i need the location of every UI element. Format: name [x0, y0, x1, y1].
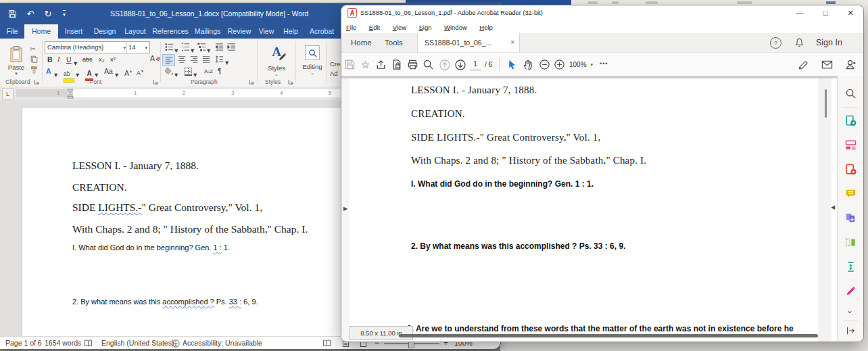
- send-file-button[interactable]: [820, 57, 834, 72]
- collapse-right-panel-arrow[interactable]: ◀: [831, 204, 835, 210]
- paste-button[interactable]: Paste ▾: [4, 41, 28, 80]
- justify-button[interactable]: [200, 54, 212, 65]
- numbering-button[interactable]: [181, 43, 190, 51]
- read-mode-button[interactable]: [322, 340, 331, 347]
- line-spacing-dropdown[interactable]: ▾: [225, 57, 228, 67]
- zoom-level-dropdown[interactable]: 100% ▾: [567, 53, 595, 77]
- borders-dropdown[interactable]: ▾: [193, 70, 197, 79]
- text-effects-button[interactable]: A: [46, 66, 51, 76]
- tab-view[interactable]: View: [254, 24, 279, 39]
- minimize-button[interactable]: —: [792, 5, 808, 20]
- borders-button[interactable]: [184, 67, 193, 76]
- format-painter-button[interactable]: [30, 66, 38, 74]
- font-size-combo[interactable]: 14 ▾: [126, 41, 150, 53]
- copy-button[interactable]: [30, 55, 38, 63]
- favorite-star-button[interactable]: ☆: [358, 57, 372, 72]
- font-dialog-launcher[interactable]: [153, 79, 158, 85]
- tab-references[interactable]: References: [150, 24, 191, 39]
- find-button[interactable]: [421, 57, 435, 72]
- font-name-combo[interactable]: Cambria (Headings) ▾: [45, 41, 128, 53]
- create-pdf-button[interactable]: [845, 164, 857, 175]
- highlight-button[interactable]: ab: [64, 66, 74, 83]
- sign-in-button[interactable]: Sign In: [816, 33, 842, 52]
- grow-font-button[interactable]: A▲: [124, 66, 132, 78]
- bullets-button[interactable]: [165, 43, 174, 51]
- superscript-button[interactable]: x²: [110, 55, 116, 64]
- tab-help[interactable]: Help: [279, 24, 303, 39]
- share-button[interactable]: [374, 57, 388, 72]
- close-button[interactable]: ✕: [842, 5, 859, 20]
- tab-layout[interactable]: Layout: [120, 24, 150, 39]
- expand-left-panel-arrow[interactable]: ▶: [343, 206, 347, 212]
- multilevel-dropdown[interactable]: ▾: [207, 45, 210, 55]
- customize-quick-access-button[interactable]: ▾: [58, 3, 70, 24]
- accessibility-status[interactable]: Accessibility: Unavailable: [183, 337, 262, 349]
- show-formatting-button[interactable]: ¶: [218, 66, 222, 76]
- organize-pages-button[interactable]: [845, 237, 857, 248]
- tab-close-icon[interactable]: ×: [510, 33, 514, 52]
- tab-design[interactable]: Design: [89, 24, 120, 39]
- word-count[interactable]: 1654 words: [45, 337, 81, 349]
- tab-stop-selector[interactable]: L: [2, 88, 14, 99]
- combine-files-button[interactable]: [845, 212, 857, 224]
- comment-button[interactable]: [845, 188, 857, 200]
- indent-markers[interactable]: [67, 89, 74, 99]
- horizontal-scrollbar-thumb[interactable]: [399, 334, 818, 337]
- change-case-button[interactable]: Aa: [104, 66, 113, 76]
- open-tools-pane-button[interactable]: [846, 326, 855, 335]
- shrink-font-button[interactable]: A▼: [137, 66, 144, 78]
- menu-sign[interactable]: Sign: [414, 21, 437, 34]
- selection-tool-button[interactable]: [505, 57, 519, 72]
- text-effects-dropdown[interactable]: ▾: [54, 70, 57, 79]
- menu-window[interactable]: Window: [439, 21, 472, 34]
- hand-tool-button[interactable]: [521, 57, 535, 72]
- more-tools-chevron[interactable]: ⌄: [846, 306, 853, 315]
- more-tools-button[interactable]: •••: [600, 53, 608, 75]
- fill-and-sign-button[interactable]: [845, 285, 857, 297]
- tab-insert[interactable]: Insert: [58, 24, 89, 39]
- vertical-scrollbar-thumb[interactable]: [825, 89, 827, 118]
- sort-button[interactable]: A↓Z: [204, 67, 213, 76]
- tab-mailings[interactable]: Mailings: [191, 24, 224, 39]
- tab-acrobat-home[interactable]: Home: [351, 33, 372, 52]
- menu-edit[interactable]: Edit: [364, 21, 385, 34]
- bullets-dropdown[interactable]: ▾: [174, 45, 178, 55]
- maximize-button[interactable]: □: [817, 5, 834, 20]
- export-pdf-button[interactable]: [845, 115, 857, 126]
- paragraph-dialog-launcher[interactable]: [249, 79, 254, 85]
- fill-sign-button[interactable]: [796, 57, 810, 72]
- zoom-in-button[interactable]: [552, 57, 566, 72]
- align-left-button[interactable]: [162, 54, 175, 66]
- undo-button[interactable]: ↶: [23, 3, 38, 24]
- clipboard-dialog-launcher[interactable]: [34, 79, 39, 85]
- line-spacing-button[interactable]: [215, 55, 224, 64]
- styles-button[interactable]: A Styles ⌄: [261, 41, 292, 79]
- menu-help[interactable]: Help: [475, 21, 498, 34]
- menu-file[interactable]: File: [341, 21, 361, 34]
- increase-indent-button[interactable]: [227, 43, 236, 51]
- tab-acrobat-tools[interactable]: Tools: [385, 33, 403, 52]
- language-indicator[interactable]: English (United States): [101, 337, 174, 349]
- change-case-dropdown[interactable]: ▾: [115, 70, 118, 79]
- page-number-input[interactable]: 1: [470, 59, 481, 70]
- subscript-button[interactable]: x₂: [99, 55, 104, 64]
- bold-button[interactable]: B: [47, 55, 53, 64]
- tab-home[interactable]: Home: [24, 24, 58, 39]
- strikethrough-button[interactable]: abc: [82, 55, 93, 64]
- shading-dropdown[interactable]: ▾: [174, 70, 178, 79]
- underline-button[interactable]: U: [66, 55, 72, 64]
- styles-dialog-launcher[interactable]: [288, 79, 293, 85]
- vertical-scrollbar[interactable]: [819, 78, 831, 342]
- editing-button[interactable]: Editing ⌄: [299, 41, 325, 79]
- align-center-button[interactable]: [176, 54, 187, 65]
- decrease-indent-button[interactable]: [215, 43, 224, 51]
- search-tools-button[interactable]: [845, 88, 857, 99]
- tab-file[interactable]: File: [0, 24, 24, 39]
- compress-pdf-button[interactable]: [845, 261, 857, 273]
- italic-button[interactable]: I: [57, 55, 60, 64]
- next-page-button[interactable]: [453, 57, 467, 72]
- proofing-status-icon[interactable]: [84, 340, 93, 347]
- get-signatures-button[interactable]: [844, 57, 858, 72]
- numbering-dropdown[interactable]: ▾: [191, 45, 194, 55]
- notifications-bell-icon[interactable]: [794, 37, 804, 47]
